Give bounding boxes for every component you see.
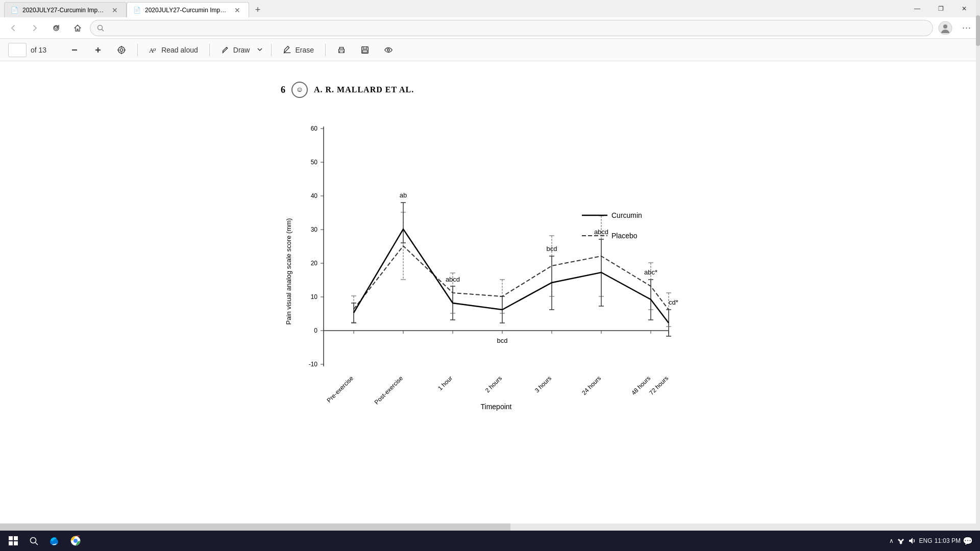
svg-rect-87 (9, 536, 13, 540)
separator-2 (209, 44, 210, 56)
zoom-out-button[interactable] (65, 42, 84, 58)
zoom-in-button[interactable] (88, 42, 108, 58)
x-label-48h: 48 hours (630, 374, 652, 396)
more-options-button[interactable]: ··· (958, 19, 976, 37)
back-button[interactable] (4, 19, 22, 37)
pdf-toolbar: 7 of 13 A ʊ Read aloud (0, 39, 980, 61)
x-label-1h: 1 hour (436, 374, 454, 392)
svg-point-91 (31, 538, 36, 543)
annotation-abcd-1h: abcd (446, 276, 460, 283)
tab-1-close[interactable]: ✕ (110, 5, 120, 15)
immersive-reader-icon (384, 45, 393, 55)
annotation-cd-72h: cd* (669, 298, 678, 306)
volume-icon[interactable] (908, 537, 916, 545)
draw-dropdown[interactable]: Draw (216, 42, 265, 58)
chevron-down-icon (257, 46, 263, 53)
annotation-bcd-3h: bcd (547, 245, 557, 253)
svg-point-0 (98, 25, 103, 30)
chevron-up-icon[interactable]: ∧ (889, 537, 894, 544)
url-input[interactable] (109, 24, 926, 32)
svg-rect-19 (363, 50, 368, 53)
page-number-input[interactable]: 7 (8, 43, 27, 57)
taskbar-right: ∧ ENG 11:03 PM 💬 (889, 536, 977, 546)
taskbar-chrome-button[interactable] (65, 532, 86, 550)
immersive-reader-button[interactable] (379, 42, 398, 58)
y-tick-50: 50 (311, 159, 318, 166)
draw-button[interactable]: Draw (216, 42, 255, 58)
svg-text:ʊ: ʊ (153, 46, 156, 52)
erase-button[interactable]: Erase (278, 42, 319, 58)
home-button[interactable] (68, 19, 87, 37)
taskbar-search-icon (29, 536, 39, 546)
fit-page-icon (117, 45, 126, 55)
edge-icon (48, 535, 60, 546)
horizontal-scrollbar[interactable] (0, 523, 980, 531)
windows-icon (8, 536, 18, 546)
network-icon[interactable] (897, 537, 905, 545)
refresh-button[interactable] (47, 19, 65, 37)
minimize-button[interactable]: — (905, 0, 929, 17)
save-button[interactable] (355, 42, 375, 58)
zoom-out-icon (70, 45, 79, 55)
taskbar-edge-button[interactable] (44, 532, 64, 550)
author-text: A. R. MALLARD ET AL. (314, 85, 414, 94)
taskbar-lang[interactable]: ENG (919, 537, 933, 544)
pdf-page: 6 ☺ A. R. MALLARD ET AL. Pain visual ana… (260, 71, 720, 523)
y-tick-neg10: -10 (309, 361, 318, 368)
draw-chevron-button[interactable] (255, 43, 265, 57)
svg-rect-90 (14, 541, 18, 545)
fit-page-button[interactable] (112, 42, 131, 58)
svg-point-95 (74, 539, 78, 543)
tab-2-close[interactable]: ✕ (232, 5, 242, 15)
y-tick-30: 30 (311, 226, 318, 233)
save-icon (360, 45, 370, 55)
y-tick-40: 40 (311, 192, 318, 199)
x-label-72h: 72 hours (648, 374, 670, 396)
read-aloud-icon: A ʊ (149, 45, 158, 55)
pain-vas-chart: Pain visual analog scale score (mm) 60 5… (281, 113, 699, 419)
read-aloud-button[interactable]: A ʊ Read aloud (144, 42, 203, 58)
svg-point-3 (943, 24, 947, 29)
taskbar-clock[interactable]: 11:03 PM (935, 537, 961, 544)
tab-1[interactable]: 📄 2020JULY27-Curcumin Improves ✕ (4, 2, 127, 17)
x-label-pre: Pre-exercise (326, 374, 355, 404)
print-button[interactable] (332, 42, 351, 58)
read-aloud-label: Read aloud (161, 46, 198, 54)
svg-point-8 (120, 48, 122, 51)
y-tick-0: 0 (314, 327, 317, 334)
svg-rect-18 (363, 46, 366, 49)
page-num: 6 (281, 85, 285, 95)
author-icon-symbol: ☺ (296, 86, 303, 94)
draw-icon (221, 45, 230, 55)
svg-line-92 (35, 542, 38, 545)
x-label-2h: 2 hours (484, 374, 503, 394)
taskbar: ∧ ENG 11:03 PM 💬 (0, 531, 980, 551)
svg-rect-16 (339, 51, 343, 53)
horizontal-scrollbar-thumb[interactable] (0, 523, 510, 531)
tab-1-title: 2020JULY27-Curcumin Improves (22, 7, 106, 14)
address-bar[interactable] (90, 20, 933, 36)
notification-icon[interactable]: 💬 (963, 536, 973, 546)
tab-2-icon: 📄 (133, 7, 141, 14)
maximize-button[interactable]: ❐ (929, 0, 952, 17)
forward-button[interactable] (26, 19, 44, 37)
svg-point-20 (387, 48, 390, 51)
chart-container: Pain visual analog scale score (mm) 60 5… (281, 113, 699, 421)
new-tab-button[interactable]: + (249, 2, 266, 17)
vertical-scrollbar[interactable] (976, 61, 980, 534)
y-axis-label: Pain visual analog scale score (mm) (285, 218, 292, 325)
pdf-content: 6 ☺ A. R. MALLARD ET AL. Pain visual ana… (0, 61, 980, 534)
tab-2[interactable]: 📄 2020JULY27-Curcumin Improves ✕ (127, 2, 249, 17)
start-button[interactable] (3, 532, 23, 550)
chrome-icon (70, 535, 81, 546)
placebo-line (354, 246, 669, 310)
legend-curcumin-label: Curcumin (611, 211, 642, 219)
profile-button[interactable] (936, 19, 954, 37)
navigation-toolbar: ··· (0, 17, 980, 39)
separator-3 (271, 44, 272, 56)
erase-label: Erase (295, 46, 314, 54)
close-button[interactable]: ✕ (952, 0, 976, 17)
taskbar-search-button[interactable] (24, 532, 43, 550)
y-tick-20: 20 (311, 260, 318, 267)
annotation-abc-48h: abc* (644, 268, 657, 276)
